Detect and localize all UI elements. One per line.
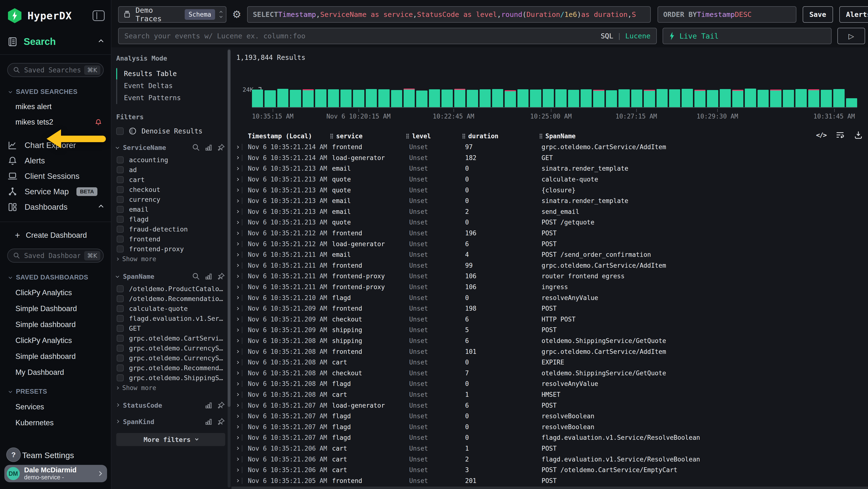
row-expander[interactable]	[231, 456, 248, 462]
drag-handle-icon[interactable]	[462, 134, 465, 139]
filter-option[interactable]: /oteldemo.ProductCatalo…	[117, 284, 225, 294]
help-button[interactable]: ?	[6, 448, 21, 462]
filter-option[interactable]: fraud-detection	[117, 224, 225, 234]
sidebar-item-alerts[interactable]: Alerts	[0, 153, 111, 169]
drag-handle-icon[interactable]	[406, 134, 409, 139]
filter-group-servicename[interactable]: ServiceName	[116, 143, 225, 151]
row-expander[interactable]	[231, 338, 248, 344]
histogram-bar[interactable]	[378, 89, 390, 107]
bar-chart-icon[interactable]	[205, 418, 213, 426]
row-expander[interactable]	[231, 187, 248, 193]
event-search-input[interactable]: Search your events w/ Lucene ex. column:…	[118, 28, 657, 44]
alerts-button[interactable]: Alerts	[839, 6, 868, 23]
table-row[interactable]: Nov 6 10:35:21.213 AM email Unset 0 sina…	[231, 196, 868, 206]
filter-option[interactable]: flagd	[117, 214, 225, 224]
save-button[interactable]: Save	[803, 6, 833, 23]
pin-icon[interactable]	[217, 418, 225, 426]
table-row[interactable]: Nov 6 10:35:21.209 AM checkout Unset 6 H…	[231, 314, 868, 325]
preset-item[interactable]: Services	[16, 403, 111, 411]
row-expander[interactable]	[231, 370, 248, 376]
histogram-bar[interactable]	[606, 90, 617, 107]
histogram-bar[interactable]	[745, 89, 756, 107]
saved-search-item[interactable]: mikes tets2	[16, 118, 102, 126]
row-expander[interactable]	[231, 144, 248, 150]
histogram-bar[interactable]	[581, 89, 592, 107]
table-row[interactable]: Nov 6 10:35:21.208 AM frontend Unset 101…	[231, 346, 868, 357]
checkbox[interactable]	[117, 206, 124, 213]
sidebar-item-team-settings[interactable]: ⚙ Team Settings	[7, 450, 111, 461]
pin-icon[interactable]	[217, 143, 225, 151]
mode-results-table[interactable]: Results Table	[117, 68, 225, 80]
denoise-results-toggle[interactable]: Denoise Results	[116, 127, 225, 135]
row-expander[interactable]	[231, 359, 248, 366]
table-row[interactable]: Nov 6 10:35:21.210 AM flagd Unset 0 reso…	[231, 292, 868, 303]
row-expander[interactable]	[231, 284, 248, 290]
saved-dashboard-item[interactable]: Simple Dashboard	[16, 304, 111, 313]
table-row[interactable]: Nov 6 10:35:21.211 AM frontend Unset 99 …	[231, 260, 868, 271]
table-row[interactable]: Nov 6 10:35:21.213 AM quote Unset 0 calc…	[231, 174, 868, 185]
checkbox[interactable]	[117, 176, 124, 183]
histogram-bar[interactable]	[315, 89, 326, 107]
table-row[interactable]: Nov 6 10:35:21.209 AM frontend Unset 198…	[231, 303, 868, 314]
row-expander[interactable]	[231, 434, 248, 441]
saved-dashboard-item[interactable]: Simple dashboard	[16, 352, 111, 361]
histogram-bar[interactable]	[518, 89, 528, 107]
histogram-bar[interactable]	[265, 90, 276, 107]
checkbox[interactable]	[117, 186, 124, 193]
checkbox[interactable]	[117, 315, 124, 322]
histogram-bar[interactable]	[783, 90, 794, 107]
histogram-bar[interactable]	[555, 89, 566, 107]
histogram-bar[interactable]	[644, 90, 655, 107]
mode-event-patterns[interactable]: Event Patterns	[117, 92, 225, 104]
row-expander[interactable]	[231, 305, 248, 312]
pin-icon[interactable]	[217, 272, 225, 281]
histogram-bar[interactable]	[353, 90, 364, 107]
histogram-bar[interactable]	[340, 90, 351, 107]
saved-dashboard-item[interactable]: Simple dashboard	[16, 320, 111, 329]
live-tail-button[interactable]: Live Tail	[662, 28, 832, 44]
histogram-bar[interactable]	[441, 90, 453, 107]
row-expander[interactable]	[231, 208, 248, 215]
table-row[interactable]: Nov 6 10:35:21.206 AM cart Unset 3 POST …	[231, 465, 868, 476]
row-expander[interactable]	[231, 295, 248, 301]
checkbox[interactable]	[117, 246, 124, 253]
table-row[interactable]: Nov 6 10:35:21.213 AM quote Unset 0 {clo…	[231, 185, 868, 196]
histogram-bar[interactable]	[770, 90, 781, 107]
table-row[interactable]: Nov 6 10:35:21.208 AM checkout Unset 7 o…	[231, 368, 868, 378]
histogram-bar[interactable]	[669, 89, 680, 107]
table-row[interactable]: Nov 6 10:35:21.212 AM frontend Unset 196…	[231, 228, 868, 239]
filter-option[interactable]: /oteldemo.Recommendatio…	[117, 294, 225, 304]
row-expander[interactable]	[231, 230, 248, 236]
sidebar-item-client-sessions[interactable]: Client Sessions	[0, 169, 111, 184]
mode-event-deltas[interactable]: Event Deltas	[117, 80, 225, 92]
histogram-bar[interactable]	[833, 89, 844, 107]
checkbox[interactable]	[117, 196, 124, 203]
saved-dashboards-header[interactable]: SAVED DASHBOARDS	[9, 274, 111, 281]
filter-group-statuscode[interactable]: StatusCode	[116, 401, 225, 409]
table-row[interactable]: Nov 6 10:35:21.213 AM email Unset 2 send…	[231, 206, 868, 217]
presets-header[interactable]: PRESETS	[9, 388, 111, 395]
order-by-input[interactable]: ORDER BY Timestamp DESC	[657, 6, 796, 23]
histogram-bar[interactable]	[796, 89, 807, 107]
results-horizontal-scrollbar[interactable]	[231, 487, 868, 489]
bar-chart-icon[interactable]	[205, 272, 213, 281]
bar-chart-icon[interactable]	[205, 143, 213, 151]
drag-handle-icon[interactable]	[539, 134, 542, 139]
histogram-bar[interactable]	[391, 90, 402, 107]
filter-group-spanname[interactable]: SpanName	[116, 272, 225, 281]
histogram-bar[interactable]	[479, 89, 491, 107]
checkbox[interactable]	[116, 127, 124, 135]
filters-scrollbar-thumb[interactable]	[227, 50, 230, 407]
histogram-bar[interactable]	[416, 90, 427, 107]
search-icon[interactable]	[192, 143, 200, 151]
histogram-bar[interactable]	[656, 89, 668, 107]
row-expander[interactable]	[231, 445, 248, 452]
saved-searches-input[interactable]: Saved Searches ⌘K	[7, 63, 104, 77]
source-settings-gear-icon[interactable]: ⚙	[232, 8, 241, 20]
row-expander[interactable]	[231, 165, 248, 172]
histogram-bar[interactable]	[505, 90, 516, 107]
checkbox[interactable]	[117, 335, 124, 342]
row-expander[interactable]	[231, 467, 248, 473]
row-expander[interactable]	[231, 252, 248, 258]
histogram-bar[interactable]	[303, 89, 314, 107]
